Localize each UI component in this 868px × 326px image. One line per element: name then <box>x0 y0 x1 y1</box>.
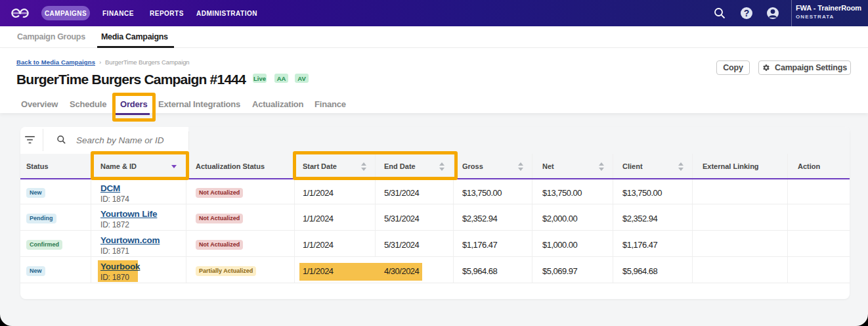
svg-text:?: ? <box>744 8 750 18</box>
